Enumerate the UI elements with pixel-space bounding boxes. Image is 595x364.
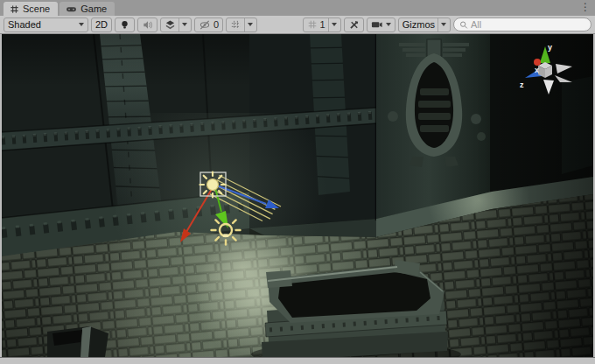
- axis-label-z: z: [520, 80, 524, 89]
- bulb-base: [223, 234, 229, 238]
- search-icon: [459, 20, 468, 30]
- scene-toolbar: Shaded 2D: [0, 16, 595, 34]
- chevron-down-icon: [332, 23, 337, 26]
- axis-label-x: x: [535, 66, 539, 74]
- camera-settings-dropdown[interactable]: [367, 18, 396, 32]
- tools-icon: [348, 19, 360, 31]
- effects-icon: [164, 19, 176, 31]
- alcove-boss: [388, 111, 398, 122]
- grid-snap-icon: [230, 19, 242, 31]
- separator: [178, 18, 179, 32]
- lightbulb-icon: [119, 19, 130, 31]
- grid-size-value: 1: [320, 19, 326, 30]
- separator: [438, 18, 438, 32]
- axis-cone-x[interactable]: [534, 59, 541, 66]
- chevron-down-icon: [248, 23, 253, 26]
- window-menu-icon[interactable]: ⋮: [580, 1, 591, 13]
- separator: [328, 18, 329, 32]
- scene-view-window: Scene Game ⋮ Shaded 2D: [0, 0, 595, 364]
- tool-settings-button[interactable]: [344, 18, 364, 32]
- axis-label-y: y: [548, 43, 552, 52]
- 2d-toggle-button[interactable]: 2D: [91, 18, 112, 32]
- speaker-icon: [142, 19, 153, 31]
- chevron-down-icon: [79, 23, 84, 26]
- hidden-objects-count: 0: [214, 19, 219, 30]
- separator: [244, 18, 245, 32]
- tab-scene[interactable]: Scene: [4, 2, 58, 16]
- toolbar-right-group: 1 Gizmos: [303, 18, 592, 32]
- 2d-toggle-label: 2D: [95, 19, 108, 30]
- gizmos-dropdown[interactable]: Gizmos: [398, 18, 451, 32]
- chevron-down-icon: [441, 23, 446, 26]
- scene-grid-icon: [10, 4, 19, 14]
- chevron-down-icon: [182, 23, 187, 26]
- chevron-down-icon: [386, 23, 391, 26]
- scene-lighting-button[interactable]: [115, 18, 135, 32]
- grid-icon: [307, 19, 318, 30]
- window-bottom-border: [0, 357, 595, 364]
- tab-scene-label: Scene: [23, 4, 50, 14]
- tab-game-label: Game: [80, 4, 107, 14]
- sun-icon[interactable]: [200, 172, 226, 198]
- scene-audio-button[interactable]: [137, 18, 158, 32]
- draw-mode-dropdown[interactable]: Shaded: [4, 18, 88, 32]
- search-input[interactable]: [471, 19, 585, 30]
- scene-viewport[interactable]: y x z: [2, 34, 593, 357]
- draw-mode-label: Shaded: [8, 19, 41, 30]
- scene-effects-dropdown[interactable]: [160, 18, 192, 32]
- tab-game[interactable]: Game: [60, 2, 115, 16]
- hidden-objects-button[interactable]: 0: [194, 18, 223, 32]
- scene-search-field[interactable]: [453, 18, 592, 32]
- gamepad-icon: [66, 4, 77, 14]
- tab-bar: Scene Game ⋮: [0, 0, 595, 16]
- grid-size-dropdown[interactable]: 1: [303, 18, 341, 32]
- grid-visibility-dropdown[interactable]: [226, 18, 257, 32]
- scene-render[interactable]: y x z: [2, 34, 593, 357]
- debris-object[interactable]: [47, 326, 108, 357]
- eye-slash-icon: [199, 19, 211, 31]
- camera-icon: [371, 19, 383, 30]
- gizmos-label: Gizmos: [402, 19, 435, 30]
